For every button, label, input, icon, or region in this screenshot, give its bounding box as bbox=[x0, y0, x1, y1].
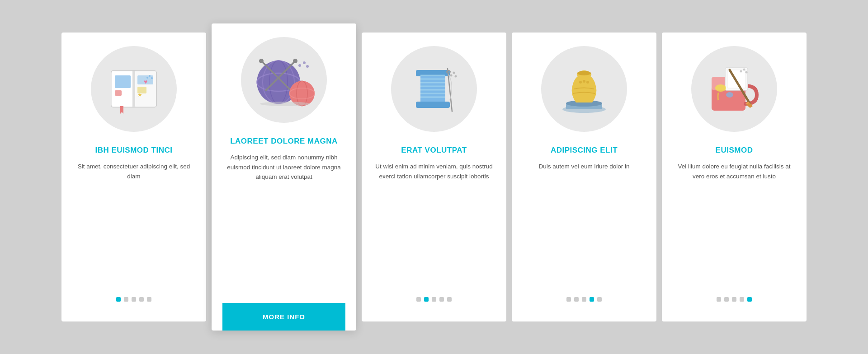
card-yarn: LAOREET DOLORE MAGNA Adipiscing elit, se… bbox=[212, 23, 356, 331]
thread-icon bbox=[407, 62, 461, 116]
dot-1-2 bbox=[124, 297, 128, 302]
dot-5-3 bbox=[732, 297, 736, 302]
card-3-title: ERAT VOLUTPAT bbox=[401, 145, 467, 155]
svg-point-19 bbox=[259, 59, 264, 63]
card-4-title: ADIPISCING ELIT bbox=[551, 145, 618, 155]
svg-point-41 bbox=[450, 75, 453, 77]
card-thread: ERAT VOLUTPAT Ut wisi enim ad minim veni… bbox=[362, 33, 506, 321]
svg-point-61 bbox=[715, 84, 726, 92]
card-3-dots bbox=[416, 297, 452, 311]
card-1-dots bbox=[116, 297, 151, 311]
dot-1-1 bbox=[116, 297, 121, 302]
dot-4-3 bbox=[582, 297, 586, 302]
svg-point-12 bbox=[149, 75, 151, 77]
pottery-icon bbox=[557, 62, 611, 116]
dot-4-2 bbox=[574, 297, 579, 302]
svg-text:♥: ♥ bbox=[144, 78, 147, 85]
svg-point-43 bbox=[455, 75, 457, 78]
card-4-desc: Duis autem vel eum iriure dolor in bbox=[538, 162, 629, 284]
svg-point-42 bbox=[453, 72, 455, 74]
card-1-title: IBH EUISMOD TINCI bbox=[95, 145, 173, 155]
card-5-title: EUISMOD bbox=[716, 145, 753, 155]
svg-point-57 bbox=[745, 71, 748, 73]
svg-rect-3 bbox=[132, 71, 135, 107]
card-4-dots bbox=[566, 297, 602, 311]
svg-point-25 bbox=[298, 64, 301, 67]
dot-5-5 bbox=[747, 297, 752, 302]
mug-painting-icon bbox=[705, 63, 764, 115]
dot-5-1 bbox=[717, 297, 721, 302]
card-pottery: ADIPISCING ELIT Duis autem vel eum iriur… bbox=[512, 33, 656, 321]
svg-point-48 bbox=[579, 81, 582, 84]
card-2-desc: Adipiscing elit, sed diam nonummy nibh e… bbox=[222, 153, 345, 294]
card-5-dots bbox=[717, 297, 752, 311]
icon-circle-2 bbox=[241, 37, 327, 123]
icon-circle-4 bbox=[541, 46, 627, 132]
svg-text:★: ★ bbox=[137, 92, 142, 98]
dot-5-4 bbox=[740, 297, 744, 302]
svg-point-26 bbox=[303, 61, 306, 64]
svg-rect-31 bbox=[416, 102, 450, 108]
svg-point-13 bbox=[151, 77, 153, 79]
svg-point-21 bbox=[293, 59, 297, 63]
icon-circle-3 bbox=[391, 46, 477, 132]
svg-point-62 bbox=[726, 92, 733, 98]
svg-rect-4 bbox=[115, 75, 131, 88]
svg-point-49 bbox=[583, 80, 585, 83]
dot-3-3 bbox=[432, 297, 436, 302]
svg-point-11 bbox=[146, 77, 148, 79]
icon-circle-1: ♥ ★ bbox=[91, 46, 177, 132]
svg-rect-5 bbox=[115, 90, 122, 96]
icon-circle-5 bbox=[691, 46, 777, 132]
dot-5-2 bbox=[724, 297, 729, 302]
dot-1-4 bbox=[139, 297, 144, 302]
card-scrapbook: ♥ ★ IBH EUISMOD TINCI Sit amet, consecte… bbox=[61, 33, 206, 321]
dot-3-1 bbox=[416, 297, 421, 302]
dot-3-4 bbox=[439, 297, 444, 302]
dot-3-5 bbox=[447, 297, 452, 302]
dot-3-2 bbox=[424, 297, 429, 302]
card-1-desc: Sit amet, consectetuer adipiscing elit, … bbox=[72, 162, 195, 284]
card-mug-painting: EUISMOD Vel illum dolore eu feugiat null… bbox=[662, 33, 807, 321]
dot-4-4 bbox=[590, 297, 594, 302]
svg-point-50 bbox=[586, 81, 589, 84]
scrapbook-icon: ♥ ★ bbox=[107, 64, 161, 114]
cards-container: ♥ ★ IBH EUISMOD TINCI Sit amet, consecte… bbox=[34, 5, 834, 349]
card-2-title: LAOREET DOLORE MAGNA bbox=[230, 136, 338, 146]
dot-4-1 bbox=[566, 297, 571, 302]
dot-4-5 bbox=[597, 297, 602, 302]
svg-point-47 bbox=[577, 71, 591, 75]
svg-point-56 bbox=[743, 68, 745, 70]
svg-marker-10 bbox=[120, 106, 123, 114]
more-info-button[interactable]: MORE INFO bbox=[222, 303, 345, 331]
card-5-desc: Vel illum dolore eu feugiat nulla facili… bbox=[673, 162, 796, 284]
dot-1-3 bbox=[132, 297, 136, 302]
dot-1-5 bbox=[147, 297, 151, 302]
svg-point-27 bbox=[306, 65, 309, 68]
svg-point-55 bbox=[740, 70, 742, 72]
card-3-desc: Ut wisi enim ad minim veniam, quis nostr… bbox=[373, 162, 495, 284]
yarn-icon bbox=[252, 53, 316, 107]
svg-point-28 bbox=[260, 102, 310, 106]
